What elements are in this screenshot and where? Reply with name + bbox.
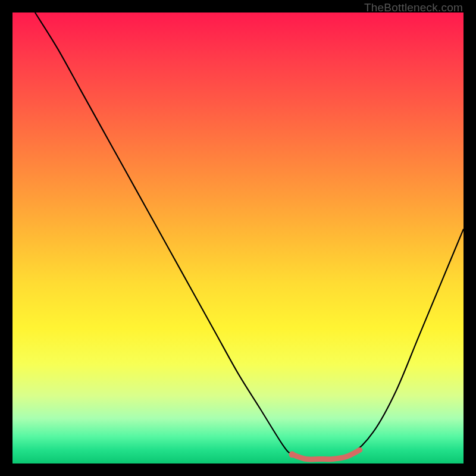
chart-frame: TheBottleneck.com [0, 0, 476, 476]
optimal-start-dot [289, 451, 296, 458]
optimal-range-path [292, 450, 360, 459]
bottleneck-curve-path [35, 12, 464, 459]
chart-svg [12, 12, 464, 464]
plot-area [12, 12, 464, 464]
